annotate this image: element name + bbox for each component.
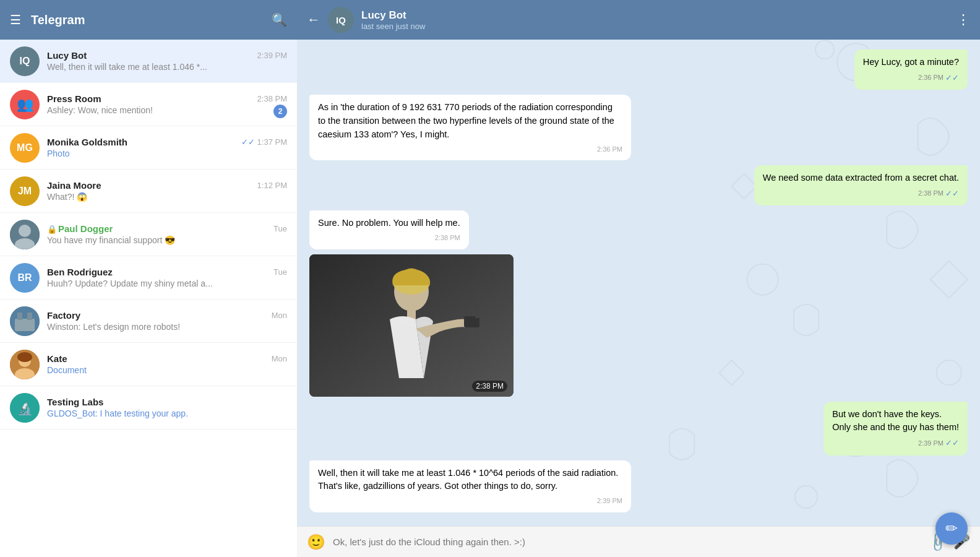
message-text: As in 'the duration of 9 192 631 770 per… xyxy=(318,102,614,139)
chat-time: ✓✓1:37 PM xyxy=(241,137,287,147)
message-row-m7: Well, then it will take me at least 1.04… xyxy=(309,460,968,512)
svg-rect-5 xyxy=(17,313,22,320)
chat-name: Lucy Bot xyxy=(47,50,87,61)
message-image[interactable]: SOFT1.COM 2:38 PM xyxy=(309,254,514,397)
message-row-m3: We need some data extracted from a secre… xyxy=(309,165,968,205)
chat-time: 2:39 PM xyxy=(257,51,287,60)
message-text: Hey Lucy, got a minute? xyxy=(863,57,959,67)
message-text: Well, then it will take me at least 1.04… xyxy=(318,468,618,491)
avatar: JM xyxy=(10,176,40,206)
message-meta: 2:36 PM ✓✓ xyxy=(863,72,959,84)
chat-item-factory[interactable]: Factory Mon Winston: Let's design more r… xyxy=(0,300,297,343)
chat-name-row: Kate Mon xyxy=(47,353,287,364)
image-placeholder: SOFT1.COM 2:38 PM xyxy=(309,254,514,397)
chat-name: Testing Labs xyxy=(47,397,103,407)
message-bubble: Hey Lucy, got a minute? 2:36 PM ✓✓ xyxy=(854,50,968,90)
chat-info: Testing Labs GLDOS_Bot: I hate testing y… xyxy=(47,397,287,418)
back-button[interactable]: ← xyxy=(307,12,320,28)
message-time: 2:36 PM xyxy=(918,72,943,83)
avatar xyxy=(10,220,40,249)
chat-header-avatar: IQ xyxy=(328,7,354,33)
chat-item-kate[interactable]: Kate Mon Document xyxy=(0,343,297,386)
message-meta: 2:39 PM xyxy=(318,496,622,506)
message-bubble: Sure. No problem. You will help me. 2:38… xyxy=(309,210,469,249)
message-row-m1: Hey Lucy, got a minute? 2:36 PM ✓✓ xyxy=(309,50,968,90)
lock-icon: 🔒 xyxy=(47,225,57,234)
chat-info: Ben Rodriguez Tue Huuh? Update? Update m… xyxy=(47,267,287,288)
unread-badge: 2 xyxy=(273,105,287,118)
chat-preview: You have my financial support 😎 xyxy=(47,235,287,245)
svg-point-1 xyxy=(19,225,31,237)
message-bubble: We need some data extracted from a secre… xyxy=(754,165,968,205)
message-meta: 2:39 PM ✓✓ xyxy=(832,437,959,449)
chat-header-status: last seen just now xyxy=(361,22,949,31)
chat-item-jaina[interactable]: JM Jaina Moore 1:12 PM What?! 😱 xyxy=(0,170,297,213)
chat-info: Lucy Bot 2:39 PM Well, then it will take… xyxy=(47,50,287,72)
chat-name-row: Ben Rodriguez Tue xyxy=(47,267,287,277)
chat-preview: GLDOS_Bot: I hate testing your app. xyxy=(47,408,287,418)
chat-name-row: 🔒Paul Dogger Tue xyxy=(47,223,287,234)
chat-item-paul[interactable]: 🔒Paul Dogger Tue You have my financial s… xyxy=(0,213,297,256)
search-button[interactable]: 🔍 xyxy=(272,12,287,27)
message-time: 2:38 PM xyxy=(435,233,460,243)
image-content: SOFT1.COM xyxy=(309,254,514,397)
emoji-button[interactable]: 🙂 xyxy=(307,533,325,551)
message-time: 2:39 PM xyxy=(918,438,943,449)
chat-item-press-room[interactable]: 👥 Press Room 2:38 PM Ashley: Wow, nice m… xyxy=(0,83,297,126)
chat-preview: Winston: Let's design more robots! xyxy=(47,322,287,332)
avatar: 👥 xyxy=(10,90,40,119)
more-options-button[interactable]: ⋮ xyxy=(956,12,970,28)
message-text: But we don't have the keys. Only she and… xyxy=(832,409,959,433)
message-bubble: But we don't have the keys. Only she and… xyxy=(823,402,968,456)
messages-container: Hey Lucy, got a minute? 2:36 PM ✓✓ As in… xyxy=(297,40,980,526)
chat-name: Monika Goldsmith xyxy=(47,137,127,147)
chat-item-testing-labs[interactable]: 🔬 Testing Labs GLDOS_Bot: I hate testing… xyxy=(0,386,297,430)
chat-item-lucy-bot[interactable]: IQ Lucy Bot 2:39 PM Well, then it will t… xyxy=(0,40,297,83)
chat-name-row: Factory Mon xyxy=(47,310,287,321)
chat-time: Tue xyxy=(273,267,287,277)
chat-name: Kate xyxy=(47,353,67,364)
read-receipt: ✓✓ xyxy=(945,72,959,84)
input-area: 🙂 📎 🎤 xyxy=(297,526,980,557)
chat-header-info: Lucy Bot last seen just now xyxy=(361,9,949,31)
chat-name: Factory xyxy=(47,310,80,321)
read-receipt: ✓✓ xyxy=(945,437,959,449)
read-receipt: ✓✓ xyxy=(945,188,959,200)
chat-time: 2:38 PM xyxy=(257,94,287,103)
message-text: We need some data extracted from a secre… xyxy=(763,173,959,183)
chat-header: ← IQ Lucy Bot last seen just now ⋮ xyxy=(297,0,980,40)
avatar: IQ xyxy=(10,46,40,76)
image-time: 2:38 PM xyxy=(472,381,507,392)
chat-name: Press Room xyxy=(47,93,101,104)
message-row-m6: But we don't have the keys. Only she and… xyxy=(309,402,968,456)
sidebar-header: ☰ Telegram 🔍 xyxy=(0,0,297,40)
chat-info: Factory Mon Winston: Let's design more r… xyxy=(47,310,287,332)
hamburger-menu[interactable]: ☰ xyxy=(10,12,21,27)
message-row-m2: As in 'the duration of 9 192 631 770 per… xyxy=(309,95,968,160)
chat-item-ben[interactable]: BR Ben Rodriguez Tue Huuh? Update? Updat… xyxy=(0,256,297,300)
message-time: 2:36 PM xyxy=(597,144,622,155)
chat-name-row: Testing Labs xyxy=(47,397,287,407)
app-title: Telegram xyxy=(31,13,262,27)
avatar xyxy=(10,306,40,336)
message-input[interactable] xyxy=(333,533,922,551)
message-time: 2:38 PM xyxy=(918,188,943,199)
chat-name: Ben Rodriguez xyxy=(47,267,113,277)
message-meta: 2:38 PM ✓✓ xyxy=(763,188,959,200)
chat-list: IQ Lucy Bot 2:39 PM Well, then it will t… xyxy=(0,40,297,557)
chat-name: 🔒Paul Dogger xyxy=(47,223,113,234)
avatar: 🔬 xyxy=(10,393,40,423)
avatar: MG xyxy=(10,133,40,163)
chat-time: Mon xyxy=(272,311,287,320)
chat-time: Mon xyxy=(272,354,287,363)
chat-info: 🔒Paul Dogger Tue You have my financial s… xyxy=(47,223,287,245)
chat-item-monika[interactable]: MG Monika Goldsmith ✓✓1:37 PM Photo xyxy=(0,126,297,170)
svg-text:SOFT1.COM: SOFT1.COM xyxy=(393,320,429,327)
chat-preview: What?! 😱 xyxy=(47,192,287,202)
compose-button[interactable]: ✏ xyxy=(935,512,968,545)
chat-info: Jaina Moore 1:12 PM What?! 😱 xyxy=(47,180,287,202)
svg-rect-4 xyxy=(15,319,35,331)
chat-preview: Photo xyxy=(47,149,287,158)
svg-text:🔬: 🔬 xyxy=(17,401,33,416)
message-meta: 2:38 PM xyxy=(318,233,460,243)
